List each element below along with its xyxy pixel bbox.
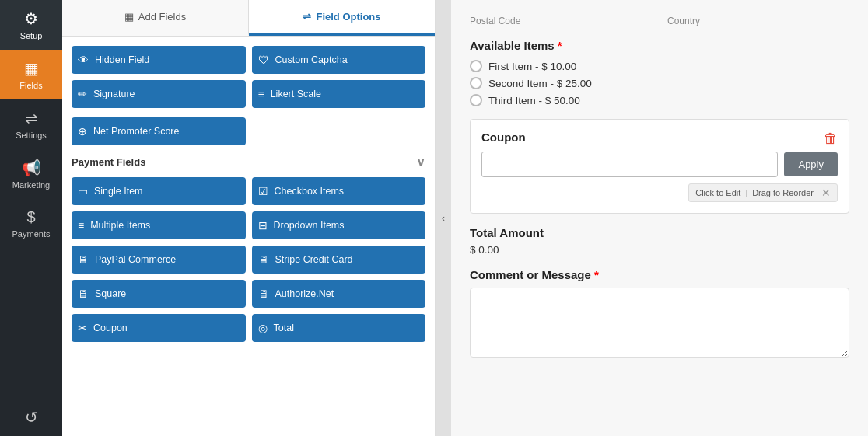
captcha-icon: 🛡	[258, 54, 269, 66]
authorize-icon: 🖥	[258, 288, 269, 300]
sidebar-item-setup[interactable]: ⚙ Setup	[0, 0, 62, 50]
radio-second-item[interactable]: Second Item - $ 25.00	[470, 77, 849, 89]
sidebar-item-label: Settings	[16, 131, 47, 140]
sidebar-item-payments[interactable]: $ Payments	[0, 199, 62, 248]
comment-required-star: *	[594, 268, 599, 281]
postal-code-col: Postal Code	[470, 16, 652, 26]
coupon-title: Coupon	[481, 131, 838, 144]
sidebar-item-label: Payments	[12, 229, 51, 239]
field-options-icon: ⇌	[303, 11, 311, 23]
sidebar: ⚙ Setup ▦ Fields ⇌ Settings 📢 Marketing …	[0, 0, 62, 436]
nps-icon: ⊕	[78, 125, 87, 138]
payment-fields-chevron[interactable]: ∨	[416, 155, 425, 169]
radio-third-item[interactable]: Third Item - $ 50.00	[470, 94, 849, 106]
coupon-input[interactable]	[481, 152, 778, 177]
marketing-icon: 📢	[22, 159, 41, 177]
total-label: Total Amount	[470, 226, 849, 239]
paypal-commerce-button[interactable]: 🖥 PayPal Commerce	[72, 246, 246, 274]
form-preview: Postal Code Country Available Items * Fi…	[451, 0, 868, 436]
signature-button[interactable]: ✏ Signature	[72, 80, 246, 108]
tab-field-options[interactable]: ⇌ Field Options	[249, 0, 435, 36]
single-item-icon: ▭	[78, 185, 88, 197]
radio-circle	[470, 60, 482, 72]
gear-icon: ⚙	[24, 9, 38, 28]
sidebar-item-label: Setup	[20, 31, 43, 40]
net-promoter-score-button[interactable]: ⊕ Net Promoter Score	[72, 117, 246, 145]
likert-scale-button[interactable]: ≡ Likert Scale	[252, 80, 426, 108]
checkbox-items-button[interactable]: ☑ Checkbox Items	[252, 177, 426, 205]
sidebar-item-label: Fields	[19, 81, 42, 90]
sidebar-item-settings[interactable]: ⇌ Settings	[0, 99, 62, 149]
payment-fields-label: Payment Fields	[72, 156, 145, 168]
radio-first-item[interactable]: First Item - $ 10.00	[470, 60, 849, 72]
stripe-credit-card-button[interactable]: 🖥 Stripe Credit Card	[252, 246, 426, 274]
edit-bar-close-button[interactable]: ✕	[821, 187, 831, 199]
radio-circle	[470, 94, 482, 106]
comment-label: Comment or Message *	[470, 268, 849, 281]
square-icon: 🖥	[78, 288, 89, 300]
standard-fields-grid: 👁 Hidden Field 🛡 Custom Captcha ✏ Signat…	[72, 46, 425, 108]
history-icon: ↺	[25, 408, 38, 427]
multiple-items-icon: ≡	[78, 219, 84, 232]
dropdown-items-button[interactable]: ⊟ Dropdown Items	[252, 211, 426, 239]
radio-circle	[470, 77, 482, 89]
fields-icon: ▦	[24, 59, 39, 78]
total-value: $ 0.00	[470, 244, 849, 256]
payment-fields-section-header: Payment Fields ∨	[72, 155, 425, 169]
stripe-icon: 🖥	[258, 253, 269, 266]
edit-bar-inner: Click to Edit | Drag to Reorder ✕	[688, 183, 838, 202]
country-label: Country	[667, 16, 849, 26]
collapse-button[interactable]: ‹	[436, 0, 451, 436]
main-panel: ▦ Add Fields ⇌ Field Options 👁 Hidden Fi…	[62, 0, 868, 436]
coupon-row: Apply	[481, 152, 838, 177]
available-items-title: Available Items *	[470, 39, 849, 52]
total-button[interactable]: ◎ Total	[252, 314, 426, 342]
postal-code-label: Postal Code	[470, 16, 652, 26]
paypal-icon: 🖥	[78, 253, 89, 266]
payment-fields-grid: ▭ Single Item ☑ Checkbox Items ≡ Multipl…	[72, 177, 425, 342]
payments-icon: $	[26, 208, 35, 226]
comment-textarea[interactable]	[470, 288, 849, 358]
address-row: Postal Code Country	[470, 16, 849, 26]
likert-icon: ≡	[258, 88, 264, 100]
fields-scroll: 👁 Hidden Field 🛡 Custom Captcha ✏ Signat…	[62, 37, 435, 436]
signature-icon: ✏	[78, 88, 87, 100]
dropdown-items-icon: ⊟	[258, 219, 268, 232]
coupon-button[interactable]: ✂ Coupon	[72, 314, 246, 342]
sidebar-bottom: ↺	[0, 399, 62, 436]
square-button[interactable]: 🖥 Square	[72, 280, 246, 308]
comment-section: Comment or Message *	[470, 268, 849, 361]
tabs-bar: ▦ Add Fields ⇌ Field Options	[62, 0, 435, 37]
collapse-icon: ‹	[442, 213, 445, 224]
separator: |	[745, 188, 747, 197]
country-col: Country	[667, 16, 849, 26]
sidebar-item-fields[interactable]: ▦ Fields	[0, 50, 62, 99]
total-section: Total Amount $ 0.00	[470, 226, 849, 256]
coupon-icon: ✂	[78, 322, 87, 334]
custom-captcha-button[interactable]: 🛡 Custom Captcha	[252, 46, 426, 74]
edit-bar: Click to Edit | Drag to Reorder ✕	[481, 183, 838, 202]
hidden-field-button[interactable]: 👁 Hidden Field	[72, 46, 246, 74]
checkbox-items-icon: ☑	[258, 185, 268, 197]
available-items-section: Available Items * First Item - $ 10.00 S…	[470, 39, 849, 106]
total-icon: ◎	[258, 322, 268, 334]
required-star: *	[558, 39, 562, 52]
sidebar-item-label: Marketing	[12, 180, 50, 190]
multiple-items-button[interactable]: ≡ Multiple Items	[72, 211, 246, 239]
add-fields-icon: ▦	[124, 11, 134, 23]
click-to-edit-label[interactable]: Click to Edit	[695, 188, 740, 197]
single-item-button[interactable]: ▭ Single Item	[72, 177, 246, 205]
hidden-field-icon: 👁	[78, 54, 89, 66]
authorize-net-button[interactable]: 🖥 Authorize.Net	[252, 280, 426, 308]
settings-icon: ⇌	[25, 109, 38, 127]
coupon-delete-button[interactable]: 🗑	[824, 131, 838, 147]
tab-add-fields[interactable]: ▦ Add Fields	[62, 0, 249, 36]
drag-to-reorder-label: Drag to Reorder	[752, 188, 814, 197]
fields-panel: ▦ Add Fields ⇌ Field Options 👁 Hidden Fi…	[62, 0, 436, 436]
sidebar-item-history[interactable]: ↺	[0, 399, 62, 436]
sidebar-item-marketing[interactable]: 📢 Marketing	[0, 149, 62, 199]
coupon-widget: Coupon 🗑 Apply Click to Edit | Drag to R…	[470, 119, 849, 214]
apply-button[interactable]: Apply	[784, 152, 838, 176]
